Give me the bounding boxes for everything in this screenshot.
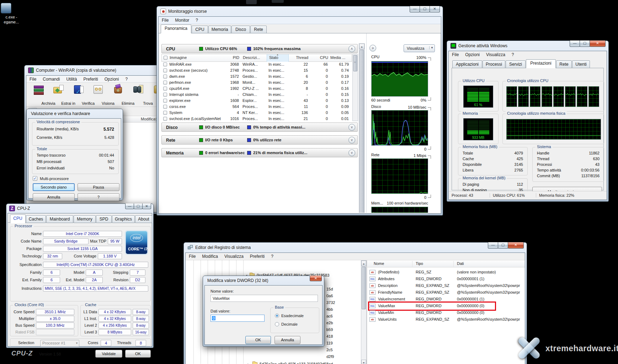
menu-file[interactable]: File [186,253,199,260]
tab-about[interactable]: About [135,215,152,223]
maximize-button[interactable]: ▢ [580,40,590,47]
header-checkbox[interactable] [164,56,167,60]
close-button[interactable]: ✕ [508,242,524,249]
maximize-button[interactable]: ▢ [420,6,430,12]
close-button[interactable]: ✕ [310,276,322,281]
toolbar-visiona-button[interactable]: Visiona [89,83,108,106]
tab-cpu[interactable]: CPU [192,26,208,33]
col-dati[interactable]: Dati [457,261,464,266]
sections-scrollbar[interactable]: ▲ ▼ [359,43,365,213]
processor-select[interactable]: Processor #1 ▼ [40,340,79,347]
minimize-button[interactable]: — [410,6,420,12]
menu-visualizza[interactable]: Visualizza [483,51,508,58]
table-scrollbar[interactable]: ≡ [352,54,358,121]
secondo-piano-button[interactable]: Secondo piano [33,183,75,191]
tab-utenti[interactable]: Utenti [572,60,590,68]
hex-label[interactable]: Esadecimale [281,314,304,318]
menu-file[interactable]: File [26,76,39,83]
toolbar-estrai-button[interactable]: Estrai in [49,83,68,106]
tab-mainboard[interactable]: Mainboard [46,215,73,223]
menu-help[interactable]: ? [192,17,201,24]
ok-button[interactable]: OK [245,336,271,344]
panel-collapse-icon[interactable]: ˃ [369,45,376,51]
table-row[interactable]: System4NT Ker...In esec...13600.05 [161,110,352,116]
tab-graphics[interactable]: Graphics [112,215,135,223]
col-stato[interactable]: ▲ Stato [267,54,289,62]
menu-preferiti[interactable]: Preferiti [247,253,268,260]
col-nome[interactable]: Nome [374,261,384,266]
menu-comandi[interactable]: Comandi [39,76,63,83]
table-row[interactable]: dwm.exe1572Gestio...In esec...600.19 [161,74,352,80]
menu-help[interactable]: ? [268,253,277,260]
table-row[interactable]: svchost.exe (LocalSystemNet1016Proces...… [161,116,352,121]
close-button[interactable]: ✕ [142,203,151,209]
table-row[interactable]: explorer.exe1608Esplor...In esec...4300.… [161,98,352,104]
value-name-field[interactable]: ValueMax [211,295,318,302]
menu-visualizza[interactable]: Visualizza [221,253,247,260]
dec-label[interactable]: Decimale [281,322,298,326]
value-data-input[interactable]: 0 [211,315,265,322]
toolbar-verifica-button[interactable]: ✓ Verifica [69,83,88,106]
col-thread[interactable]: Thread [290,55,308,60]
tab-memory[interactable]: Memory [74,215,96,223]
table-row[interactable]: WinRAR.exe3068WinRA...In esec...226661.7… [161,62,352,68]
menu-help[interactable]: ? [122,76,131,83]
tab-caches[interactable]: Caches [26,215,46,223]
col-immagine[interactable]: Immagine [170,55,187,60]
dropdown-arrow-icon[interactable]: ▼ [429,46,433,49]
minimize-button[interactable]: — [488,242,498,249]
menu-file[interactable]: File [449,51,462,58]
tree-scrollbar[interactable]: ▲ ▼ [361,260,367,364]
minimize-button[interactable]: — [125,203,134,209]
tab-processi[interactable]: Processi [483,60,505,68]
maximize-button[interactable]: ▢ [134,203,143,209]
tab-rete[interactable]: Rete [250,26,267,33]
menu-file[interactable]: File [159,17,172,24]
dec-radio[interactable] [275,322,279,326]
tab-prestazioni[interactable]: Prestazioni [526,59,556,68]
ok-button[interactable]: OK [125,350,151,358]
validate-button[interactable]: Validate [95,350,122,358]
close-button[interactable]: ✕ [590,40,606,47]
tab-servizi[interactable]: Servizi [506,60,526,68]
help-button[interactable]: ? [78,193,119,201]
tab-cpu[interactable]: CPU [10,214,26,223]
table-row[interactable]: csrss.exe564Proces...In esec...1100.09 [161,104,352,110]
toolbar-trova-button[interactable]: Trova [129,83,148,106]
visualizza-button[interactable]: Visualizza ▼ [404,44,435,52]
table-row[interactable]: Interrupt sistema-Chiam...In esec...-00.… [161,92,352,98]
collapse-chevron-icon[interactable]: ˄ [348,45,355,52]
hex-radio[interactable] [275,314,279,318]
expand-chevron-icon[interactable]: ˅ [348,124,355,131]
col-tipo[interactable]: Tipo [416,261,423,266]
tab-applicazioni[interactable]: Applicazioni [452,60,482,68]
tree-collapsed-icon[interactable]: ▷ [247,363,250,364]
expand-chevron-icon[interactable]: ˅ [348,150,355,156]
disco-section-header[interactable]: Disco I/O disco 0 MB/sec 0% tempo di att… [161,123,358,132]
tab-disco[interactable]: Disco [231,26,250,33]
desktop-icon[interactable]: c.exe - egame... [0,2,23,27]
close-button[interactable]: ✕ [430,6,440,12]
tab-panoramica[interactable]: Panoramica [161,25,191,33]
menu-preferiti[interactable]: Preferiti [80,76,101,83]
tab-spd[interactable]: SPD [96,215,112,223]
multiprocessor-checkbox[interactable]: ✓ [33,176,37,181]
cpu-section-header[interactable]: CPU Utilizzo CPU 66% 102% frequenza mass… [161,44,358,53]
toolbar-archivia-button[interactable]: Archivia [29,83,48,106]
expand-chevron-icon[interactable]: ˅ [348,137,355,143]
table-row[interactable]: perfmon.exe1968Monit...In esec...2000.17 [161,80,352,86]
maximize-button[interactable]: ▢ [498,242,508,249]
table-row[interactable]: cpuz64.exe1992CPU-Z ...In esec...800.16 [161,86,352,92]
annulla-button[interactable]: Annulla [275,336,300,344]
menu-utilita[interactable]: Utilità [63,76,80,83]
annulla-button[interactable]: Annulla [33,193,75,201]
table-row[interactable]: svchost.exe (secsvcs)2748Proces...In ese… [161,68,352,74]
memoria-section-header[interactable]: Memoria 0 errori hardware/sec 21% di mem… [161,148,358,157]
menu-modifica[interactable]: Modifica [199,253,221,260]
tab-rete[interactable]: Rete [556,60,572,68]
col-descrizione[interactable]: Descrizi... [243,55,260,60]
toolbar-elimina-button[interactable]: ♻ Elimina [109,83,128,106]
menu-opzioni[interactable]: Opzioni [462,51,483,58]
minimize-button[interactable]: — [570,40,580,47]
menu-opzioni[interactable]: Opzioni [101,76,122,83]
